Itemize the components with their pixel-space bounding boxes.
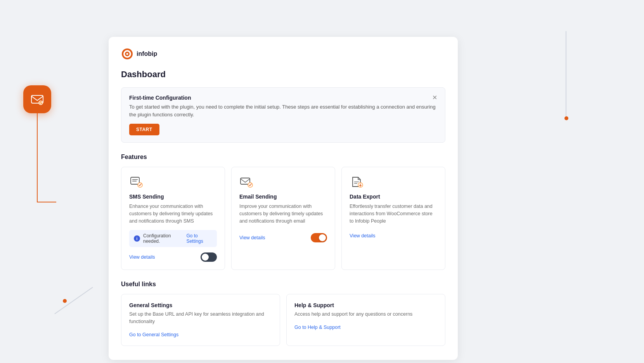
go-to-general-settings-link[interactable]: Go to General Settings: [129, 332, 178, 337]
useful-links-grid: General Settings Set up the Base URL and…: [121, 294, 445, 346]
sms-description: Enhance your communication with customer…: [129, 203, 217, 225]
logo-text: infobip: [137, 50, 157, 57]
sms-icon: [129, 175, 143, 189]
email-toggle-thumb: [319, 234, 326, 241]
icon-connector-horizontal: [37, 202, 56, 202]
email-description: Improve your communication with customer…: [239, 203, 327, 225]
config-banner: First-time Configuration To get started …: [121, 87, 445, 143]
general-settings-title: General Settings: [129, 302, 272, 308]
data-export-icon: [350, 175, 364, 189]
close-banner-button[interactable]: ✕: [430, 93, 440, 102]
start-button[interactable]: START: [129, 124, 159, 135]
data-export-description: Effortlessly transfer customer data and …: [350, 203, 437, 225]
email-view-details-link[interactable]: View details: [239, 235, 265, 240]
feature-card-email: Email Sending Improve your communication…: [231, 167, 335, 270]
sms-title: SMS Sending: [129, 194, 217, 200]
data-export-footer: View details: [350, 230, 437, 239]
data-export-title: Data Export: [350, 194, 437, 200]
sms-view-details-link[interactable]: View details: [129, 254, 155, 260]
sms-config-notice: i Configuration needed. Go to Settings: [129, 230, 217, 247]
bg-line-right: [566, 31, 566, 116]
email-title: Email Sending: [239, 194, 327, 200]
bg-dot-bottom-left: [63, 299, 67, 303]
main-panel: infobip Dashboard First-time Configurati…: [109, 37, 458, 360]
icon-connector-vertical: [37, 113, 38, 202]
feature-card-data-export: Data Export Effortlessly transfer custom…: [341, 167, 445, 270]
info-icon: i: [134, 235, 140, 242]
help-support-card: Help & Support Access help and support f…: [286, 294, 445, 346]
svg-rect-6: [131, 177, 139, 184]
sms-toggle[interactable]: [201, 252, 217, 262]
sms-footer: View details: [129, 252, 217, 262]
general-settings-desc: Set up the Base URL and API key for seam…: [129, 311, 272, 325]
logo-icon: [121, 48, 133, 60]
bg-dot-right: [564, 116, 568, 120]
email-toggle[interactable]: [311, 233, 327, 242]
svg-point-5: [126, 53, 128, 55]
config-notice-text: Configuration needed.: [143, 233, 183, 244]
feature-card-sms: SMS Sending Enhance your communication w…: [121, 167, 225, 270]
bg-line-bottom-left: [54, 287, 93, 314]
data-export-view-details-link[interactable]: View details: [350, 233, 375, 239]
general-settings-card: General Settings Set up the Base URL and…: [121, 294, 280, 346]
go-to-help-support-link[interactable]: Go to Help & Support: [294, 325, 341, 330]
useful-links-section-title: Useful links: [121, 281, 445, 288]
sms-toggle-thumb: [202, 254, 209, 261]
help-support-title: Help & Support: [294, 302, 437, 308]
email-footer: View details: [239, 230, 327, 242]
config-banner-title: First-time Configuration: [129, 95, 437, 101]
email-icon: [239, 175, 253, 189]
email-toggle-track: [311, 233, 327, 242]
config-banner-description: To get started with the plugin, you need…: [129, 103, 437, 118]
go-to-settings-link[interactable]: Go to Settings: [186, 233, 212, 244]
page-title: Dashboard: [121, 69, 445, 80]
help-support-desc: Access help and support for any question…: [294, 311, 437, 318]
features-grid: SMS Sending Enhance your communication w…: [121, 167, 445, 270]
floating-email-icon: [23, 85, 51, 113]
sms-toggle-track: [201, 252, 217, 262]
features-section-title: Features: [121, 154, 445, 161]
header: infobip: [121, 48, 445, 60]
